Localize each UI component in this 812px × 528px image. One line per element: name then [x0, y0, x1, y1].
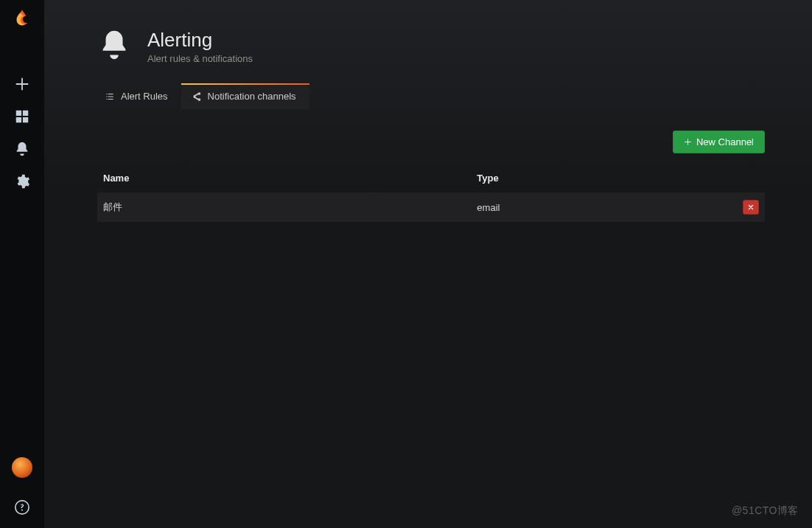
col-type-header: Type — [471, 167, 721, 192]
close-icon — [747, 204, 755, 211]
grafana-logo-icon[interactable] — [10, 7, 35, 32]
cell-type: email — [471, 192, 721, 222]
tab-label: Notification channels — [208, 91, 296, 102]
nav-configuration-icon[interactable] — [0, 165, 44, 198]
help-icon[interactable] — [0, 493, 44, 522]
left-sidebar — [0, 0, 44, 528]
share-icon — [192, 91, 202, 102]
watermark: @51CTO博客 — [732, 504, 799, 518]
page-content: Alerting Alert rules & notifications Ale… — [44, 0, 812, 528]
button-label: New Channel — [696, 136, 754, 147]
tab-notification-channels[interactable]: Notification channels — [181, 83, 309, 109]
list-icon — [105, 91, 115, 102]
page-subtitle: Alert rules & notifications — [147, 53, 253, 64]
cell-name: 邮件 — [97, 192, 471, 222]
tab-label: Alert Rules — [121, 91, 168, 102]
bell-icon — [97, 28, 131, 64]
nav-alerting-icon[interactable] — [0, 133, 44, 165]
table-row[interactable]: 邮件 email — [97, 192, 765, 222]
col-name-header: Name — [97, 167, 471, 192]
nav-dashboards-icon[interactable] — [0, 100, 44, 133]
user-avatar[interactable] — [12, 457, 32, 478]
delete-channel-button[interactable] — [743, 200, 759, 215]
tab-alert-rules[interactable]: Alert Rules — [94, 83, 181, 109]
plus-icon — [684, 138, 692, 146]
page-header: Alerting Alert rules & notifications — [97, 28, 765, 64]
action-bar: New Channel — [97, 110, 765, 167]
new-channel-button[interactable]: New Channel — [673, 131, 765, 153]
channels-table: Name Type 邮件 email — [97, 167, 765, 222]
page-title: Alerting — [147, 29, 253, 52]
nav-create-icon[interactable] — [0, 68, 44, 100]
tab-bar: Alert Rules Notification channels — [94, 83, 765, 110]
